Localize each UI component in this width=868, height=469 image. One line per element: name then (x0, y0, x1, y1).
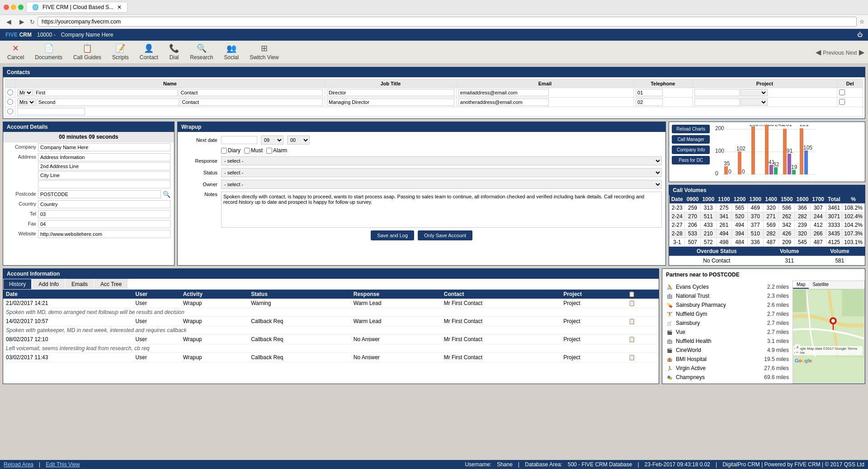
fax-input[interactable] (38, 220, 170, 228)
job-title-1[interactable] (327, 89, 454, 96)
owner-select[interactable]: - select - (221, 180, 662, 189)
email-2[interactable] (458, 98, 549, 106)
partner-distance: 2.7 miles (767, 320, 789, 326)
tel-2[interactable] (636, 98, 663, 106)
switch-view-button[interactable]: ⊞ Switch View (246, 42, 282, 61)
research-button[interactable]: 🔍 Research (186, 42, 217, 61)
contact-radio-2[interactable] (7, 99, 13, 105)
documents-button[interactable]: 📄 Documents (31, 42, 66, 61)
partners-list: 🚴Evans Cycles2.2 miles🏥National Trust2.3… (662, 281, 793, 384)
prev-next-controls: ◀ Previous Next ▶ (816, 48, 864, 56)
close-dot[interactable] (4, 5, 9, 10)
window-controls (4, 5, 24, 10)
min-select[interactable]: 00153045 (287, 136, 310, 145)
call-guides-button[interactable]: 📋 Call Guides (70, 42, 105, 61)
map-tab-map[interactable]: Map (793, 281, 809, 289)
tab-close-icon[interactable]: ✕ (117, 4, 122, 10)
partner-name: Nuffield Gym (676, 311, 764, 317)
must-checkbox[interactable] (244, 148, 250, 154)
address-line4[interactable] (38, 180, 170, 188)
svg-text:19: 19 (791, 164, 797, 170)
website-input[interactable] (38, 230, 170, 238)
contacts-table: Name Job Title Email Telephone Project D… (5, 79, 863, 117)
maximize-dot[interactable] (18, 5, 24, 10)
contact-button[interactable]: 👤 Contact (136, 42, 162, 61)
next-button[interactable]: Next ▶ (846, 48, 864, 56)
first-name-2[interactable] (37, 98, 179, 106)
contact-radio-add[interactable] (7, 108, 13, 114)
cv-col-1400: 1400 (763, 195, 779, 204)
salutation-select-1[interactable]: Mr (17, 89, 33, 96)
cv-summary-row: No Contact 311 581 (669, 256, 865, 265)
address-line3[interactable] (38, 171, 170, 179)
status-select[interactable]: - select - (221, 168, 662, 177)
address-label: Address (7, 153, 36, 159)
svg-text:102: 102 (736, 145, 745, 152)
partner-item: 🎬CineWorld4.9 miles (666, 346, 789, 355)
last-name-1[interactable] (179, 89, 322, 96)
diary-checkbox[interactable] (221, 148, 227, 154)
add-contact-field[interactable]: [add contact] (17, 108, 85, 115)
postcode-search-button[interactable]: 🔍 (163, 191, 170, 198)
alarm-label[interactable]: Alarm (266, 147, 287, 154)
url-bar[interactable] (38, 17, 857, 27)
header-power[interactable]: ⏻ (857, 32, 863, 38)
tab-history[interactable]: History (3, 279, 32, 289)
response-select[interactable]: - select - (221, 156, 662, 165)
tab-emails[interactable]: Emails (66, 279, 94, 289)
address-line2[interactable] (38, 162, 170, 170)
company-info-button[interactable]: Company Info (672, 145, 710, 154)
pass-for-dc-button[interactable]: Pass for DC (672, 156, 710, 164)
notes-textarea[interactable]: Spoken directly with contact, is happy t… (221, 192, 662, 228)
next-date-input[interactable] (221, 136, 257, 144)
hour-select[interactable]: 09101112 (261, 136, 283, 145)
social-button[interactable]: 👥 Social (221, 42, 243, 61)
map-tab-satellite[interactable]: Satellite (809, 281, 832, 289)
scripts-button[interactable]: 📝 Scripts (108, 42, 132, 61)
job-title-2[interactable] (327, 98, 454, 106)
contact-radio-1[interactable] (7, 89, 13, 95)
forward-button[interactable]: ▶ (17, 17, 27, 26)
last-name-2[interactable] (180, 98, 322, 106)
postcode-input[interactable] (38, 190, 161, 198)
salutation-select-2[interactable]: Mrs (17, 98, 36, 106)
diary-label[interactable]: Diary (221, 147, 241, 154)
project-select-1[interactable] (741, 89, 768, 96)
history-row: 03/02/2017 11:43UserWrapupCallback ReqNo… (3, 353, 659, 362)
tel-1[interactable] (636, 89, 663, 96)
alarm-checkbox[interactable] (266, 148, 272, 154)
save-log-button[interactable]: Save and Log (371, 230, 414, 240)
call-guides-icon: 📋 (82, 43, 92, 53)
refresh-button[interactable]: ↻ (30, 19, 35, 25)
history-row: 08/02/2017 12:10UserWrapupCallback ReqNo… (3, 335, 659, 344)
cancel-icon: ✕ (12, 43, 19, 53)
browser-tab[interactable]: 🌐 FIVE CRM | Cloud Based S... ✕ (26, 2, 127, 13)
company-input[interactable] (38, 143, 170, 151)
tab-acc-tree[interactable]: Acc Tree (94, 279, 127, 289)
fax-label: Fax (7, 220, 36, 226)
history-note-row: Spoken with gatekeeper, MD in next week,… (3, 326, 659, 335)
project-select-2[interactable] (741, 98, 768, 106)
project-2[interactable] (694, 98, 740, 106)
email-1[interactable] (458, 89, 549, 96)
del-checkbox-2[interactable] (839, 99, 845, 105)
first-name-1[interactable] (34, 89, 178, 96)
previous-button[interactable]: ◀ Previous (816, 48, 844, 56)
minimize-dot[interactable] (11, 5, 16, 10)
dial-button[interactable]: 📞 Dial (165, 42, 183, 61)
del-checkbox-1[interactable] (839, 89, 845, 95)
account-info-tabs: History Add Info Emails Acc Tree (3, 279, 659, 290)
tel-input[interactable] (38, 210, 170, 218)
tab-add-info[interactable]: Add Info (33, 279, 65, 289)
country-input[interactable] (38, 200, 170, 208)
must-label[interactable]: Must (244, 147, 263, 154)
call-manager-button[interactable]: Call Manager (672, 135, 710, 144)
cancel-button[interactable]: ✕ Cancel (4, 42, 28, 61)
project-1[interactable] (694, 89, 740, 96)
address-line1[interactable] (38, 153, 170, 161)
back-button[interactable]: ◀ (4, 17, 14, 26)
svg-rect-21 (769, 165, 773, 174)
reload-charts-button[interactable]: Reload Charts (672, 125, 710, 133)
only-save-button[interactable]: Only Save Account (418, 230, 472, 240)
partner-icon: 🎬 (666, 347, 673, 354)
